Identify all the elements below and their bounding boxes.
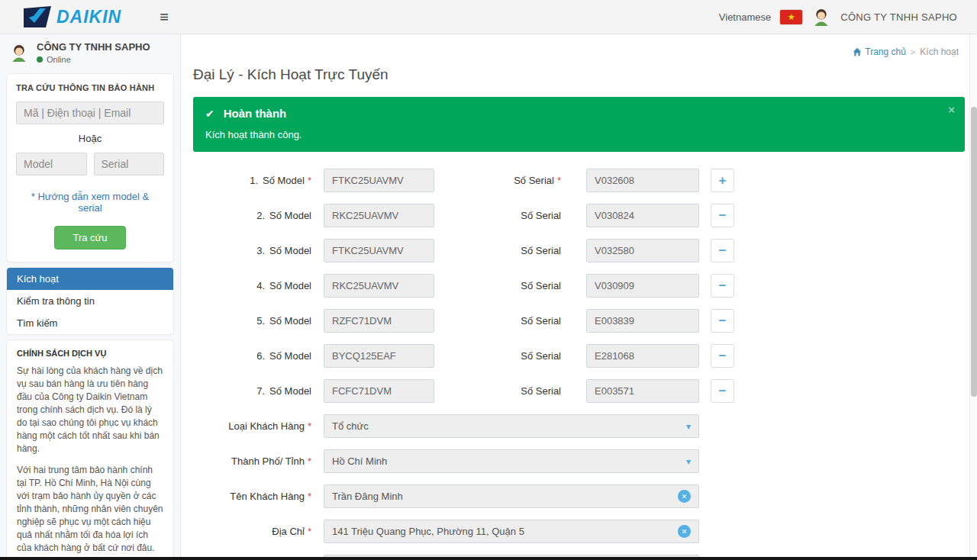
scrollbar-thumb[interactable]: [971, 107, 977, 397]
remove-row-button[interactable]: −: [711, 309, 734, 333]
serial-search-input[interactable]: [94, 153, 165, 175]
remove-row-button[interactable]: −: [711, 274, 734, 298]
remove-row-button[interactable]: −: [711, 379, 734, 403]
keyword-input[interactable]: [16, 101, 164, 124]
page-layout: CÔNG TY TNHH SAPHO Online TRA CỨU THÔNG …: [0, 34, 977, 560]
serial-label: Số Serial: [434, 210, 586, 221]
field-value: Hồ Chí Minh: [332, 455, 686, 467]
minus-icon: −: [719, 314, 727, 327]
serial-input[interactable]: [586, 239, 699, 262]
serial-input[interactable]: [586, 379, 699, 403]
serial-input[interactable]: [586, 344, 699, 368]
brand-text: DAIKIN: [56, 7, 121, 27]
policy-paragraph: Sự hài lòng của khách hàng về dịch vụ sa…: [17, 365, 163, 455]
device-row: 7.Số ModelSố Serial−: [193, 379, 965, 403]
field-select[interactable]: Hồ Chí Minh▾: [324, 449, 699, 473]
user-avatar[interactable]: [811, 7, 831, 27]
model-input[interactable]: [324, 379, 434, 403]
sidebar-nav-item[interactable]: Kích hoạt: [7, 268, 173, 290]
serial-label: Số Serial*: [434, 175, 586, 186]
model-label-text: Số Model: [269, 315, 311, 327]
model-label-text: Số Model: [269, 245, 311, 256]
company-block: CÔNG TY TNHH SAPHO Online: [0, 34, 180, 69]
scrollbar-track[interactable]: [969, 34, 977, 560]
chevron-down-icon: ▾: [686, 421, 691, 432]
breadcrumb-home-link[interactable]: Trang chủ: [853, 47, 906, 57]
breadcrumb-current: Kích hoạt: [920, 47, 959, 57]
model-input[interactable]: [324, 344, 434, 368]
alert-title: Hoàn thành: [224, 106, 287, 121]
field-input[interactable]: Trần Đăng Minh✕: [324, 484, 699, 508]
policy-paragraph: Với hai trung tâm bảo hành chính tại TP.…: [17, 464, 163, 555]
header-user-name[interactable]: CÔNG TY TNHH SAPHO: [840, 11, 957, 23]
alert-close-icon[interactable]: ×: [948, 104, 955, 115]
lookup-button[interactable]: Tra cứu: [54, 226, 125, 249]
model-serial-help-link[interactable]: * Hướng dẫn xem model & serial: [19, 191, 161, 214]
sidebar-nav-item[interactable]: Kiểm tra thông tin: [7, 290, 173, 312]
home-icon: [853, 47, 862, 56]
minus-icon: −: [719, 279, 727, 292]
language-label[interactable]: Vietnamese: [719, 11, 771, 23]
model-label-text: Số Model: [269, 350, 311, 362]
row-number: 1.: [250, 175, 258, 186]
field-label: Tên Khách Hàng*: [193, 491, 324, 502]
serial-input[interactable]: [586, 309, 699, 333]
top-right-controls: Vietnamese ★ CÔNG TY TNHH SAPHO: [719, 7, 977, 27]
add-row-button[interactable]: +: [711, 169, 734, 192]
clear-icon[interactable]: ✕: [678, 490, 691, 503]
required-asterisk: *: [308, 526, 311, 537]
required-asterisk: *: [308, 420, 311, 432]
serial-label-text: Số Serial: [521, 350, 561, 362]
alert-message: Kích hoạt thành công.: [205, 129, 953, 141]
plus-icon: +: [719, 174, 727, 187]
remove-row-button[interactable]: −: [711, 239, 734, 262]
model-search-input[interactable]: [16, 153, 87, 175]
clear-icon[interactable]: ✕: [678, 525, 691, 538]
device-row: 6.Số ModelSố Serial−: [193, 344, 965, 368]
chevron-down-icon: ▾: [686, 456, 691, 467]
minus-icon: −: [719, 385, 727, 397]
serial-label: Số Serial: [434, 280, 586, 291]
main-content: Trang chủ > Kích hoạt Đại Lý - Kích Hoạt…: [181, 34, 977, 560]
model-label: 5.Số Model: [193, 315, 324, 327]
field-label: Thành Phố/ Tỉnh*: [193, 455, 324, 467]
window-edge: [0, 557, 977, 560]
model-input[interactable]: [324, 169, 434, 192]
model-input[interactable]: [324, 239, 434, 262]
daikin-logo[interactable]: DAIKIN: [23, 6, 121, 27]
model-label: 1.Số Model*: [193, 175, 324, 186]
top-bar: DAIKIN ≡ Vietnamese ★ CÔNG TY TNHH SAPHO: [0, 0, 977, 34]
menu-icon[interactable]: ≡: [160, 9, 169, 24]
model-input[interactable]: [324, 309, 434, 333]
serial-input[interactable]: [586, 274, 699, 298]
model-input[interactable]: [324, 204, 434, 227]
serial-label-text: Số Serial: [521, 210, 561, 221]
field-label: Loại Khách Hàng*: [193, 420, 324, 432]
model-label: 2.Số Model: [193, 210, 324, 221]
sidebar-nav: Kích hoạtKiểm tra thông tinTìm kiếm: [6, 267, 174, 335]
serial-label-text: Số Serial: [514, 175, 554, 186]
service-policy-panel: CHÍNH SÁCH DỊCH VỤ Sự hài lòng của khách…: [6, 340, 174, 560]
field-select[interactable]: Tổ chức▾: [324, 414, 699, 438]
serial-input[interactable]: [586, 169, 699, 192]
serial-label-text: Số Serial: [521, 385, 561, 397]
model-input[interactable]: [324, 274, 434, 298]
model-label: 6.Số Model: [193, 350, 324, 362]
model-label: 4.Số Model: [193, 280, 324, 291]
company-avatar: [9, 43, 29, 63]
remove-row-button[interactable]: −: [711, 344, 734, 368]
sidebar-nav-item[interactable]: Tìm kiếm: [7, 312, 173, 334]
serial-input[interactable]: [586, 204, 699, 227]
field-label-text: Địa Chỉ: [272, 526, 305, 537]
remove-row-button[interactable]: −: [711, 204, 734, 227]
field-label-text: Loại Khách Hàng: [228, 420, 305, 432]
row-number: 5.: [256, 315, 265, 327]
vietnam-flag-icon[interactable]: ★: [780, 10, 802, 24]
required-asterisk: *: [308, 455, 311, 467]
breadcrumb: Trang chủ > Kích hoạt: [853, 47, 959, 57]
field-value: Tổ chức: [332, 420, 686, 432]
required-asterisk: *: [557, 175, 561, 186]
lookup-title: TRA CỨU THÔNG TIN BẢO HÀNH: [16, 83, 164, 92]
row-number: 4.: [256, 280, 265, 291]
field-input[interactable]: 141 Triệu Quang Phục, Phường 11, Quận 5✕: [324, 520, 699, 543]
